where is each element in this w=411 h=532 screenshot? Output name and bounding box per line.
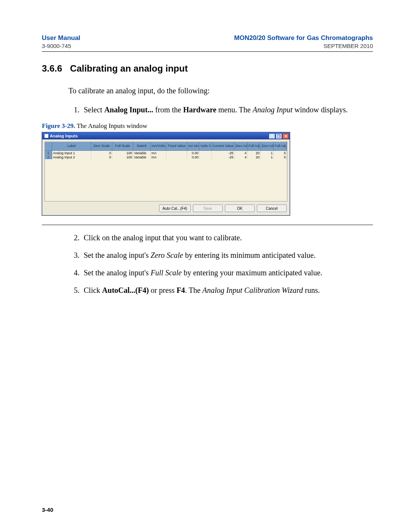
figure-caption-text: The Analog Inputs window bbox=[75, 122, 148, 129]
cell-switch[interactable]: Variable bbox=[133, 155, 151, 159]
col-zero-adj-v: Zero Adj V bbox=[261, 142, 274, 151]
step-3: Set the analog input's Zero Scale by ent… bbox=[81, 249, 373, 261]
minimize-button[interactable]: _ bbox=[269, 133, 275, 139]
col-full-adj-v: Full Adj V bbox=[274, 142, 287, 151]
doc-date: SEPTEMBER 2010 bbox=[323, 43, 373, 49]
col-blank bbox=[45, 142, 52, 151]
cell-v bbox=[199, 155, 212, 159]
manual-title: User Manual bbox=[42, 34, 80, 42]
col-volts: Volts V bbox=[199, 142, 212, 151]
col-full-adj-ma: Full Adj MA bbox=[247, 142, 260, 151]
cell-ma: 0.00 bbox=[187, 151, 199, 155]
cell-full[interactable]: 100 bbox=[112, 155, 133, 159]
cell-label[interactable]: Analog Input 2 bbox=[52, 155, 91, 159]
col-fixed-value: Fixed Value bbox=[166, 142, 187, 151]
row-num: 2 bbox=[45, 155, 52, 159]
section-title: Calibrating an analog input bbox=[70, 63, 188, 73]
page-header: User Manual MON20/20 Software for Gas Ch… bbox=[42, 34, 373, 42]
table-row[interactable]: 1 Analog Input 1 0 100 Variable mA 0.00 … bbox=[45, 151, 287, 155]
grid-area: Label Zero Scale Full Scale Switch mA/Vo… bbox=[45, 142, 287, 201]
step-5: Click AutoCal...(F4) or press F4. The An… bbox=[81, 284, 373, 296]
cell-za: 4 bbox=[234, 151, 247, 155]
autocal-button[interactable]: Auto Cal...(F4) bbox=[159, 204, 191, 212]
cell-fa: 20 bbox=[247, 155, 260, 159]
section-heading: 3.6.6 Calibrating an analog input bbox=[42, 63, 373, 74]
figure-label: Figure 3-29. bbox=[42, 122, 75, 129]
page-number: 3-40 bbox=[42, 506, 53, 513]
figure-caption: Figure 3-29. The Analog Inputs window bbox=[42, 122, 373, 130]
col-ma: mA MA bbox=[187, 142, 199, 151]
cell-zero[interactable]: 0 bbox=[91, 155, 112, 159]
step-4: Set the analog input's Full Scale by ent… bbox=[81, 267, 373, 278]
cell-zv: 1 bbox=[261, 151, 274, 155]
doc-number: 3-9000-745 bbox=[42, 43, 71, 49]
save-button[interactable]: Save bbox=[193, 204, 223, 212]
cell-fv: 5 bbox=[274, 155, 287, 159]
product-title: MON20/20 Software for Gas Chromatographs bbox=[234, 34, 373, 42]
app-icon bbox=[45, 134, 48, 138]
cell-switch[interactable]: Variable bbox=[133, 151, 151, 155]
close-button[interactable]: ✕ bbox=[282, 133, 289, 139]
step-1: Select Analog Input... from the Hardware… bbox=[81, 104, 373, 115]
cell-fixed[interactable] bbox=[166, 151, 187, 155]
cell-units[interactable]: mA bbox=[151, 151, 166, 155]
figure-rule bbox=[42, 225, 373, 225]
cell-za: 4 bbox=[234, 155, 247, 159]
col-units: mA/Volts bbox=[151, 142, 166, 151]
analog-inputs-window: Analog Inputs _ ❐ ✕ Label Z bbox=[42, 132, 290, 216]
cell-label[interactable]: Analog Input 1 bbox=[52, 151, 91, 155]
col-label: Label bbox=[52, 142, 91, 151]
cell-full[interactable]: 100 bbox=[112, 151, 133, 155]
col-zero-scale: Zero Scale bbox=[91, 142, 112, 151]
window-button-row: Auto Cal...(F4) Save OK Cancel bbox=[42, 201, 290, 215]
analog-inputs-table[interactable]: Label Zero Scale Full Scale Switch mA/Vo… bbox=[45, 142, 287, 159]
cell-ma: 0.00 bbox=[187, 155, 199, 159]
ok-button[interactable]: OK bbox=[225, 204, 255, 212]
cell-zv: 1 bbox=[261, 155, 274, 159]
col-current-value: Current Value bbox=[212, 142, 234, 151]
col-switch: Switch bbox=[133, 142, 151, 151]
col-zero-adj-ma: Zero Adj MA bbox=[234, 142, 247, 151]
step-2: Click on the analog input that you want … bbox=[81, 232, 373, 243]
cell-fv: 5 bbox=[274, 151, 287, 155]
cancel-button[interactable]: Cancel bbox=[257, 204, 287, 212]
cell-cur: -25 bbox=[212, 155, 234, 159]
header-rule bbox=[42, 51, 373, 52]
grid-empty-area bbox=[45, 159, 287, 201]
cell-units[interactable]: mA bbox=[151, 155, 166, 159]
section-number: 3.6.6 bbox=[42, 63, 62, 73]
cell-fa: 20 bbox=[247, 151, 260, 155]
table-header-row: Label Zero Scale Full Scale Switch mA/Vo… bbox=[45, 142, 287, 151]
window-title: Analog Inputs bbox=[50, 134, 78, 138]
window-titlebar[interactable]: Analog Inputs _ ❐ ✕ bbox=[42, 133, 290, 139]
row-num: 1 bbox=[45, 151, 52, 155]
cell-fixed[interactable] bbox=[166, 155, 187, 159]
page-header-sub: 3-9000-745 SEPTEMBER 2010 bbox=[42, 43, 373, 49]
intro-text: To calibrate an analog input, do the fol… bbox=[68, 85, 373, 96]
cell-cur: -25 bbox=[212, 151, 234, 155]
cell-zero[interactable]: 0 bbox=[91, 151, 112, 155]
col-full-scale: Full Scale bbox=[112, 142, 133, 151]
cell-v bbox=[199, 151, 212, 155]
maximize-button[interactable]: ❐ bbox=[276, 133, 282, 139]
table-row[interactable]: 2 Analog Input 2 0 100 Variable mA 0.00 … bbox=[45, 155, 287, 159]
